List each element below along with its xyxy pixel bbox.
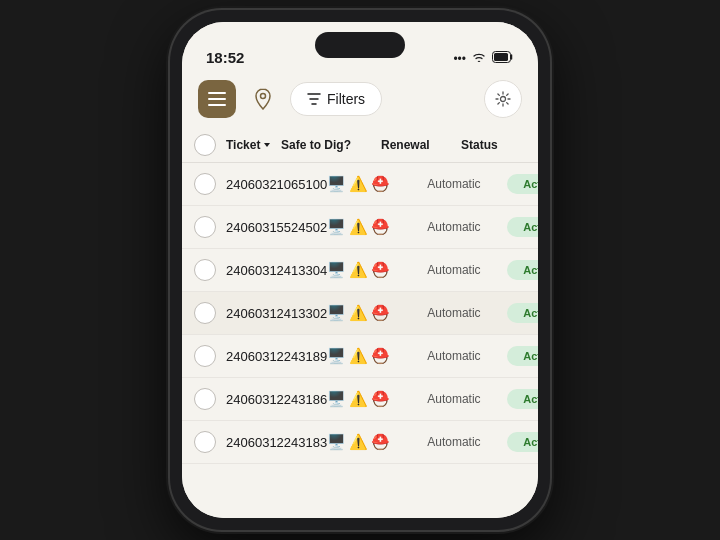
helmet-icon: ⛑️: [371, 261, 390, 279]
status-badge: Active: [507, 432, 538, 452]
warning-icon: ⚠️: [349, 175, 368, 193]
row-checkbox[interactable]: [194, 388, 216, 410]
battery-icon: [492, 51, 514, 66]
status-bar: 18:52 •••: [182, 22, 538, 72]
phone-frame: 18:52 •••: [170, 10, 550, 530]
svg-point-5: [261, 94, 266, 99]
warning-icon: ⚠️: [349, 261, 368, 279]
settings-button[interactable]: [484, 80, 522, 118]
ticket-number: 24060312413304: [226, 263, 327, 278]
renewal-value: Automatic: [427, 349, 507, 363]
renewal-value: Automatic: [427, 263, 507, 277]
helmet-icon: ⛑️: [371, 175, 390, 193]
safe-to-dig-icons: 🖥️ ⚠️ ⛑️: [327, 261, 427, 279]
status-badge: Active: [507, 346, 538, 366]
ticket-number: 24060312243186: [226, 392, 327, 407]
helmet-icon: ⛑️: [371, 347, 390, 365]
monitor-icon: 🖥️: [327, 304, 346, 322]
svg-rect-1: [494, 53, 508, 61]
header-checkbox[interactable]: [194, 134, 216, 156]
status-time: 18:52: [206, 49, 244, 66]
svg-point-6: [501, 97, 506, 102]
svg-rect-3: [208, 98, 226, 100]
warning-icon: ⚠️: [349, 433, 368, 451]
status-icons: •••: [453, 51, 514, 66]
status-badge: Active: [507, 260, 538, 280]
row-checkbox-cell: [194, 431, 226, 453]
filter-label: Filters: [327, 91, 365, 107]
warning-icon: ⚠️: [349, 218, 368, 236]
renewal-value: Automatic: [427, 306, 507, 320]
monitor-icon: 🖥️: [327, 433, 346, 451]
monitor-icon: 🖥️: [327, 261, 346, 279]
safe-to-dig-icons: 🖥️ ⚠️ ⛑️: [327, 347, 427, 365]
row-checkbox-cell: [194, 173, 226, 195]
safe-to-dig-icons: 🖥️ ⚠️ ⛑️: [327, 433, 427, 451]
row-checkbox-cell: [194, 345, 226, 367]
signal-icon: •••: [453, 52, 466, 66]
dynamic-island: [315, 32, 405, 58]
table-row[interactable]: 24060312413302 🖥️ ⚠️ ⛑️ Automatic Active: [182, 292, 538, 335]
safe-to-dig-icons: 🖥️ ⚠️ ⛑️: [327, 390, 427, 408]
safe-to-dig-icons: 🖥️ ⚠️ ⛑️: [327, 218, 427, 236]
status-badge: Active: [507, 217, 538, 237]
safe-to-dig-icons: 🖥️ ⚠️ ⛑️: [327, 175, 427, 193]
svg-rect-4: [208, 104, 226, 106]
helmet-icon: ⛑️: [371, 433, 390, 451]
ticket-number: 24060321065100: [226, 177, 327, 192]
table-header: Ticket Safe to Dig? Renewal Status: [182, 128, 538, 163]
status-header: Status: [461, 134, 526, 156]
monitor-icon: 🖥️: [327, 175, 346, 193]
renewal-header: Renewal: [381, 134, 461, 156]
warning-icon: ⚠️: [349, 347, 368, 365]
table-row[interactable]: 24060312413304 🖥️ ⚠️ ⛑️ Automatic Active: [182, 249, 538, 292]
ticket-number: 24060312413302: [226, 306, 327, 321]
safe-to-dig-icons: 🖥️ ⚠️ ⛑️: [327, 304, 427, 322]
monitor-icon: 🖥️: [327, 218, 346, 236]
row-checkbox[interactable]: [194, 302, 216, 324]
ticket-table: Ticket Safe to Dig? Renewal Status 24060…: [182, 128, 538, 518]
checkbox-header: [194, 134, 226, 156]
toolbar: Filters: [182, 72, 538, 128]
table-row[interactable]: 24060312243186 🖥️ ⚠️ ⛑️ Automatic Active: [182, 378, 538, 421]
row-checkbox-cell: [194, 302, 226, 324]
wifi-icon: [472, 52, 486, 66]
renewal-value: Automatic: [427, 220, 507, 234]
row-checkbox[interactable]: [194, 216, 216, 238]
table-row[interactable]: 24060315524502 🖥️ ⚠️ ⛑️ Automatic Active: [182, 206, 538, 249]
renewal-value: Automatic: [427, 435, 507, 449]
status-badge: Active: [507, 389, 538, 409]
warning-icon: ⚠️: [349, 390, 368, 408]
svg-rect-2: [208, 92, 226, 94]
status-badge: Active: [507, 303, 538, 323]
helmet-icon: ⛑️: [371, 390, 390, 408]
table-row[interactable]: 24060312243189 🖥️ ⚠️ ⛑️ Automatic Active: [182, 335, 538, 378]
table-body: 24060321065100 🖥️ ⚠️ ⛑️ Automatic Active…: [182, 163, 538, 464]
warning-icon: ⚠️: [349, 304, 368, 322]
row-checkbox-cell: [194, 388, 226, 410]
table-row[interactable]: 24060321065100 🖥️ ⚠️ ⛑️ Automatic Active: [182, 163, 538, 206]
helmet-icon: ⛑️: [371, 304, 390, 322]
ticket-number: 24060315524502: [226, 220, 327, 235]
monitor-icon: 🖥️: [327, 390, 346, 408]
row-checkbox-cell: [194, 259, 226, 281]
row-checkbox[interactable]: [194, 259, 216, 281]
ticket-header: Ticket: [226, 134, 281, 156]
row-checkbox-cell: [194, 216, 226, 238]
row-checkbox[interactable]: [194, 431, 216, 453]
renewal-value: Automatic: [427, 392, 507, 406]
helmet-icon: ⛑️: [371, 218, 390, 236]
location-button[interactable]: [244, 80, 282, 118]
table-row[interactable]: 24060312243183 🖥️ ⚠️ ⛑️ Automatic Active: [182, 421, 538, 464]
status-badge: Active: [507, 174, 538, 194]
filters-button[interactable]: Filters: [290, 82, 382, 116]
row-checkbox[interactable]: [194, 173, 216, 195]
phone-screen: 18:52 •••: [182, 22, 538, 518]
monitor-icon: 🖥️: [327, 347, 346, 365]
row-checkbox[interactable]: [194, 345, 216, 367]
ticket-number: 24060312243189: [226, 349, 327, 364]
renewal-value: Automatic: [427, 177, 507, 191]
menu-button[interactable]: [198, 80, 236, 118]
ticket-number: 24060312243183: [226, 435, 327, 450]
safe-to-dig-header: Safe to Dig?: [281, 134, 381, 156]
